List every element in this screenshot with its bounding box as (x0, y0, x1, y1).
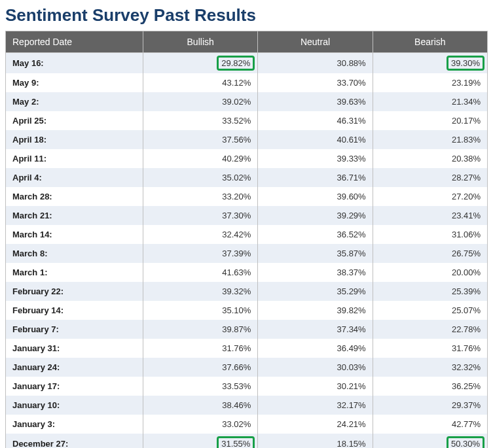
table-row: March 21:37.30%39.29%23.41% (6, 206, 488, 225)
cell-bullish: 39.32% (143, 282, 258, 301)
cell-bullish: 39.87% (143, 320, 258, 339)
value-bearish: 25.07% (452, 305, 481, 315)
value-bearish: 26.75% (452, 249, 481, 258)
col-header-neutral: Neutral (258, 31, 373, 53)
value-bullish: 33.52% (222, 116, 251, 126)
cell-bullish: 33.20% (143, 187, 258, 206)
cell-bullish: 33.02% (143, 415, 258, 434)
cell-bearish: 39.30% (373, 53, 487, 74)
table-row: March 1:41.63%38.37%20.00% (6, 263, 488, 282)
value-bullish: 35.10% (222, 305, 251, 315)
value-bullish: 39.32% (222, 286, 251, 296)
cell-neutral: 36.71% (258, 168, 373, 187)
cell-date: January 31: (6, 339, 143, 358)
cell-neutral: 32.17% (258, 396, 373, 415)
value-neutral: 39.29% (337, 211, 366, 220)
table-row: May 16:29.82%30.88%39.30% (6, 53, 488, 74)
cell-bullish: 29.82% (143, 53, 258, 74)
value-bullish: 38.46% (222, 400, 251, 410)
value-neutral: 38.37% (337, 267, 366, 277)
value-bearish: 42.77% (452, 419, 481, 429)
value-bullish: 37.39% (222, 249, 251, 258)
cell-bullish: 31.55% (143, 434, 258, 448)
cell-neutral: 40.61% (258, 130, 373, 149)
cell-date: January 10: (6, 396, 143, 415)
value-bullish: 41.63% (222, 267, 251, 277)
cell-date: April 11: (6, 149, 143, 168)
cell-bullish: 33.53% (143, 377, 258, 396)
cell-date: March 21: (6, 206, 143, 225)
value-bearish: 29.37% (452, 400, 481, 410)
value-bullish: 43.12% (222, 78, 251, 88)
cell-bearish: 23.19% (373, 73, 487, 92)
cell-bearish: 27.20% (373, 187, 487, 206)
cell-neutral: 33.70% (258, 73, 373, 92)
table-row: December 27:31.55%18.15%50.30% (6, 434, 488, 448)
cell-bullish: 33.52% (143, 111, 258, 130)
table-row: February 22:39.32%35.29%25.39% (6, 282, 488, 301)
cell-bearish: 20.00% (373, 263, 487, 282)
table-row: March 8:37.39%35.87%26.75% (6, 244, 488, 263)
value-bearish: 20.17% (452, 116, 481, 126)
value-bullish: 32.42% (222, 230, 251, 239)
value-bearish: 31.76% (452, 343, 481, 353)
value-bullish: 29.82% (217, 56, 255, 71)
value-neutral: 30.03% (337, 362, 366, 372)
cell-bullish: 41.63% (143, 263, 258, 282)
cell-neutral: 37.34% (258, 320, 373, 339)
cell-neutral: 39.33% (258, 149, 373, 168)
value-bullish: 37.30% (222, 211, 251, 220)
value-bearish: 23.19% (452, 78, 481, 88)
value-neutral: 39.82% (337, 305, 366, 315)
cell-date: January 24: (6, 358, 143, 377)
cell-bullish: 37.56% (143, 130, 258, 149)
col-header-bearish: Bearish (373, 31, 487, 53)
value-bearish: 50.30% (447, 436, 484, 448)
value-neutral: 30.21% (337, 381, 366, 391)
value-bearish: 25.39% (452, 286, 481, 296)
cell-bearish: 50.30% (373, 434, 487, 448)
cell-bearish: 25.39% (373, 282, 487, 301)
value-bearish: 22.78% (452, 324, 481, 334)
value-bullish: 33.53% (222, 381, 251, 391)
value-bullish: 31.55% (217, 436, 255, 448)
table-row: April 11:40.29%39.33%20.38% (6, 149, 488, 168)
table-row: April 4:35.02%36.71%28.27% (6, 168, 488, 187)
table-row: January 31:31.76%36.49%31.76% (6, 339, 488, 358)
cell-bullish: 37.39% (143, 244, 258, 263)
value-bearish: 20.00% (452, 267, 481, 277)
cell-date: May 2: (6, 92, 143, 111)
cell-date: February 7: (6, 320, 143, 339)
value-neutral: 35.29% (337, 286, 366, 296)
cell-date: April 4: (6, 168, 143, 187)
cell-bearish: 21.34% (373, 92, 487, 111)
value-bearish: 28.27% (452, 173, 481, 182)
cell-neutral: 36.49% (258, 339, 373, 358)
col-header-bullish: Bullish (143, 31, 258, 53)
value-neutral: 35.87% (337, 249, 366, 258)
value-bullish: 31.76% (222, 343, 251, 353)
value-bullish: 39.02% (222, 97, 251, 107)
cell-neutral: 30.21% (258, 377, 373, 396)
cell-bullish: 39.02% (143, 92, 258, 111)
col-header-date: Reported Date (6, 31, 143, 53)
cell-bearish: 42.77% (373, 415, 487, 434)
table-row: January 3:33.02%24.21%42.77% (6, 415, 488, 434)
value-bullish: 40.29% (222, 154, 251, 164)
value-bearish: 27.20% (452, 192, 481, 201)
cell-bearish: 36.25% (373, 377, 487, 396)
cell-bullish: 38.46% (143, 396, 258, 415)
value-bearish: 31.06% (452, 230, 481, 239)
table-row: February 7:39.87%37.34%22.78% (6, 320, 488, 339)
cell-bullish: 37.30% (143, 206, 258, 225)
value-neutral: 32.17% (337, 400, 366, 410)
cell-neutral: 46.31% (258, 111, 373, 130)
table-row: April 25:33.52%46.31%20.17% (6, 111, 488, 130)
value-bullish: 37.66% (222, 362, 251, 372)
value-neutral: 40.61% (337, 135, 366, 145)
cell-date: May 9: (6, 73, 143, 92)
value-neutral: 39.60% (337, 192, 366, 201)
value-neutral: 36.49% (337, 343, 366, 353)
cell-bullish: 35.10% (143, 301, 258, 320)
cell-neutral: 18.15% (258, 434, 373, 448)
